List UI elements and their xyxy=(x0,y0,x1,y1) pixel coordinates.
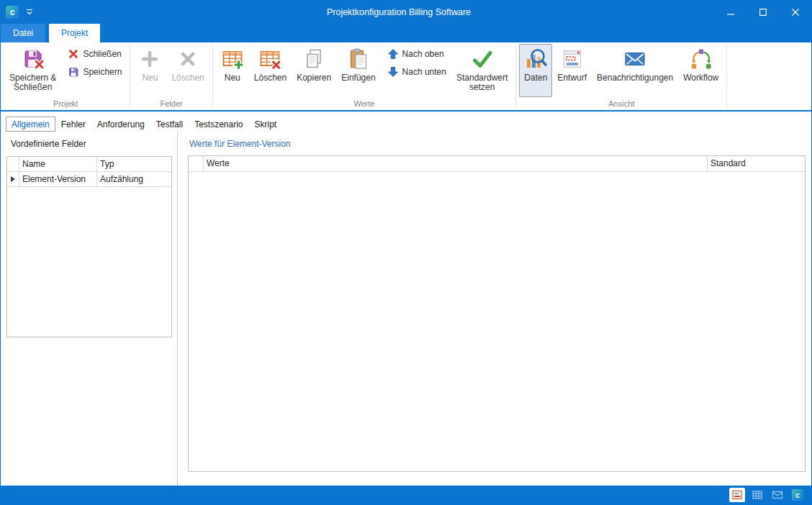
field-typ-cell: Aufzählung xyxy=(97,172,171,186)
move-down-label: Nach unten xyxy=(402,67,446,77)
design-view-button[interactable]: Entwurf xyxy=(552,44,592,97)
tab-testfall[interactable]: Testfall xyxy=(150,117,189,132)
maximize-button[interactable] xyxy=(746,1,779,24)
close-project-label: Schließen xyxy=(83,49,121,59)
save-and-close-button[interactable]: Speichern & Schließen xyxy=(4,44,61,97)
move-up-button[interactable]: Nach oben xyxy=(382,46,451,62)
tab-skript[interactable]: Skript xyxy=(249,117,283,132)
x-gray-icon xyxy=(176,47,199,70)
data-magnifier-icon xyxy=(524,47,547,70)
tab-fehler[interactable]: Fehler xyxy=(55,117,91,132)
column-header-name[interactable]: Name xyxy=(19,157,97,171)
arrow-down-icon xyxy=(387,66,399,78)
app-window: c Projektkonfiguration Billing Software … xyxy=(0,0,812,505)
predefined-fields-title: Vordefinierte Felder xyxy=(11,139,172,149)
delete-value-button[interactable]: Löschen xyxy=(249,44,292,97)
status-app-button[interactable]: c xyxy=(790,488,806,502)
statusbar: c xyxy=(1,486,811,504)
save-icon xyxy=(68,66,79,78)
tab-projekt[interactable]: Projekt xyxy=(49,24,100,42)
new-field-label: Neu xyxy=(142,73,158,83)
status-mail-button[interactable] xyxy=(770,488,785,502)
row-indicator-header xyxy=(7,157,19,171)
close-red-icon xyxy=(68,48,79,60)
copy-label: Kopieren xyxy=(297,73,331,83)
group-caption-ansicht: Ansicht xyxy=(517,99,726,110)
design-view-label: Entwurf xyxy=(557,73,587,83)
paste-button[interactable]: Einfügen xyxy=(336,44,380,97)
group-caption-felder: Felder xyxy=(131,99,211,110)
main-content: Allgemein Fehler Anforderung Testfall Te… xyxy=(1,112,811,486)
window-controls xyxy=(714,1,811,24)
workflow-icon xyxy=(690,47,713,70)
column-header-werte[interactable]: Werte xyxy=(204,156,707,171)
row-indicator-header xyxy=(189,156,204,171)
copy-icon xyxy=(302,47,325,70)
delete-value-label: Löschen xyxy=(254,73,287,83)
data-view-label: Daten xyxy=(524,73,547,83)
workspace: Vordefinierte Felder Name Typ Element-Ve… xyxy=(1,132,811,486)
move-up-label: Nach oben xyxy=(402,49,444,59)
values-grid: Werte Standard xyxy=(188,155,806,472)
plus-gray-icon xyxy=(138,47,161,70)
close-button[interactable] xyxy=(779,1,811,24)
data-view-button[interactable]: Daten xyxy=(519,44,552,97)
ribbon-separator xyxy=(130,45,130,107)
app-logo-icon: c xyxy=(792,489,803,501)
delete-field-label: Löschen xyxy=(171,73,204,83)
ribbon-group-ansicht: Daten Entwurf xyxy=(517,42,726,110)
mail-icon xyxy=(623,47,646,70)
ribbon-tab-row: Datei Projekt xyxy=(1,24,811,42)
arrow-up-icon xyxy=(387,48,399,60)
values-panel: Werte für Element-Version Werte Standard xyxy=(178,132,811,486)
ribbon-group-werte: Neu Löschen xyxy=(214,42,515,110)
quick-access-chevron-icon[interactable] xyxy=(23,6,36,19)
field-name-cell: Element-Version xyxy=(19,172,97,186)
workflow-button[interactable]: Workflow xyxy=(678,44,723,97)
notifications-button[interactable]: Benachrichtigungen xyxy=(592,44,678,97)
column-header-standard[interactable]: Standard xyxy=(707,156,805,171)
ribbon-separator xyxy=(726,45,727,107)
table-x-icon xyxy=(258,47,281,70)
new-value-button[interactable]: Neu xyxy=(216,44,249,97)
copy-button[interactable]: Kopieren xyxy=(292,44,336,97)
status-grid-button[interactable] xyxy=(749,488,765,502)
notifications-label: Benachrichtigungen xyxy=(597,73,673,83)
minimize-button[interactable] xyxy=(714,1,746,24)
save-button[interactable]: Speichern xyxy=(63,64,127,80)
ribbon-separator xyxy=(515,45,516,107)
values-grid-body xyxy=(189,172,805,471)
table-row[interactable]: Element-Version Aufzählung xyxy=(7,172,171,187)
current-row-arrow-icon xyxy=(11,176,15,182)
save-close-label-line2: Schließen xyxy=(9,83,56,92)
ribbon-separator xyxy=(212,45,213,107)
ribbon-group-projekt: Speichern & Schließen Schließen xyxy=(2,42,129,110)
set-default-button[interactable]: Standardwert setzen xyxy=(451,44,513,97)
tab-allgemein[interactable]: Allgemein xyxy=(6,117,55,132)
move-down-button[interactable]: Nach unten xyxy=(382,64,451,80)
window-title: Projektkonfiguration Billing Software xyxy=(102,7,696,17)
set-default-label-line2: setzen xyxy=(456,83,508,92)
delete-field-button[interactable]: Löschen xyxy=(166,44,209,97)
predefined-fields-panel: Vordefinierte Felder Name Typ Element-Ve… xyxy=(1,132,178,486)
paste-icon xyxy=(347,47,370,70)
status-design-button[interactable] xyxy=(729,488,745,502)
tab-datei[interactable]: Datei xyxy=(1,24,45,42)
element-type-tabstrip: Allgemein Fehler Anforderung Testfall Te… xyxy=(1,112,811,132)
new-field-button[interactable]: Neu xyxy=(133,44,166,97)
fields-grid-header: Name Typ xyxy=(7,157,171,172)
values-grid-header: Werte Standard xyxy=(189,156,805,172)
tab-anforderung[interactable]: Anforderung xyxy=(91,117,150,132)
group-caption-werte: Werte xyxy=(214,99,515,110)
ribbon-group-felder: Neu Löschen Felder xyxy=(131,42,211,110)
column-header-typ[interactable]: Typ xyxy=(97,157,171,171)
titlebar: c Projektkonfiguration Billing Software xyxy=(1,1,811,24)
check-green-icon xyxy=(471,47,494,70)
app-logo-icon[interactable]: c xyxy=(6,6,19,19)
values-panel-title: Werte für Element-Version xyxy=(189,139,806,149)
close-project-button[interactable]: Schließen xyxy=(63,46,127,62)
tab-testszenario[interactable]: Testszenario xyxy=(189,117,248,132)
fields-grid: Name Typ Element-Version Aufzählung xyxy=(6,156,172,337)
new-value-label: Neu xyxy=(225,73,240,83)
table-plus-icon xyxy=(221,47,244,70)
